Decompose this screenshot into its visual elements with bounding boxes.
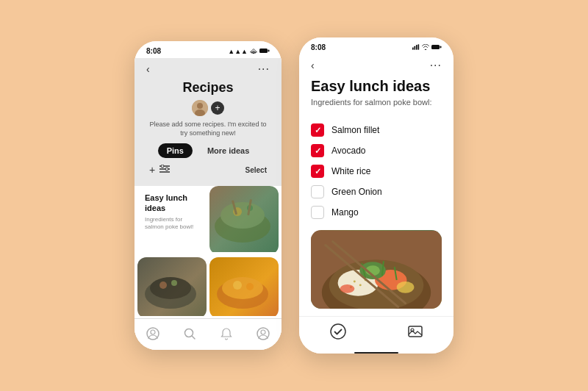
- food-image-bowl: [209, 186, 279, 252]
- more-button-2[interactable]: ···: [430, 59, 442, 72]
- tab-more-ideas[interactable]: More ideas: [198, 143, 258, 158]
- pin-card-img-2[interactable]: [137, 257, 207, 318]
- avatar-row: +: [146, 100, 270, 116]
- done-button[interactable]: [329, 323, 347, 340]
- svg-point-29: [261, 330, 265, 334]
- phone2-header: ‹ ··· Easy lunch ideas Ingredients for s…: [299, 54, 453, 120]
- pins-grid: Easy lunch ideas Ingredients for salmon …: [135, 186, 282, 318]
- wifi-icon-2: [422, 44, 429, 51]
- svg-point-3: [197, 103, 203, 109]
- search-nav-button[interactable]: [181, 325, 198, 342]
- checklist-label-salmon: Salmon fillet: [331, 125, 379, 135]
- time-1: 8:08: [146, 47, 161, 55]
- checklist-item-mango[interactable]: Mango: [311, 202, 442, 223]
- svg-point-54: [331, 324, 345, 339]
- pin-card-title: Easy lunch ideas: [145, 193, 199, 212]
- filter-button[interactable]: [159, 165, 170, 176]
- check-mark-3: ✓: [315, 167, 321, 176]
- svg-point-11: [220, 202, 265, 229]
- checklist-label-green-onion: Green Onion: [331, 187, 382, 197]
- status-icons-2: [412, 44, 442, 51]
- board-title: Recipes: [146, 80, 270, 96]
- svg-rect-1: [268, 49, 270, 51]
- svg-rect-32: [416, 45, 417, 50]
- checkbox-mango[interactable]: [311, 206, 324, 219]
- svg-point-25: [151, 330, 155, 334]
- svg-point-53: [340, 284, 355, 293]
- battery-icon-2: [431, 44, 442, 51]
- add-avatar-button[interactable]: +: [211, 101, 224, 115]
- svg-point-8: [161, 165, 164, 168]
- add-pin-button[interactable]: +: [149, 164, 155, 176]
- checklist-label-rice: White rice: [331, 166, 370, 176]
- checklist-item-rice[interactable]: ✓ White rice: [311, 161, 442, 182]
- battery-icon-1: [259, 48, 270, 55]
- checklist-item-salmon[interactable]: ✓ Salmon fillet: [311, 120, 442, 140]
- page-title: Easy lunch ideas: [311, 78, 442, 95]
- toolbar-left: +: [149, 164, 170, 176]
- food-image-plate: [137, 257, 207, 316]
- checkbox-salmon[interactable]: ✓: [311, 123, 324, 137]
- checklist-label-mango: Mango: [331, 207, 359, 218]
- check-mark: ✓: [315, 126, 321, 135]
- board-subtitle: Please add some recipes. I'm excited to …: [146, 121, 270, 137]
- wifi-icon-1: [250, 48, 257, 55]
- svg-point-23: [246, 283, 254, 290]
- toolbar-row: + Select: [146, 164, 270, 176]
- food-photo-large: [311, 230, 442, 309]
- pin-card-subtitle: Ingredients for salmon poke bowl!: [145, 216, 199, 232]
- svg-point-46: [354, 280, 356, 282]
- food-image-soup: [209, 257, 279, 316]
- check-mark-2: ✓: [315, 146, 321, 156]
- phone-recipes: 8:08 ▲▲▲ ‹ ··· Recipes: [135, 41, 282, 350]
- time-2: 8:08: [311, 43, 326, 51]
- select-button[interactable]: Select: [245, 166, 267, 174]
- tab-pins[interactable]: Pins: [158, 143, 193, 158]
- checkbox-rice[interactable]: ✓: [311, 165, 324, 178]
- svg-point-22: [233, 281, 242, 290]
- svg-point-9: [165, 168, 168, 171]
- checklist: ✓ Salmon fillet ✓ Avocado ✓ White rice: [299, 120, 453, 223]
- more-button-1[interactable]: ···: [258, 62, 270, 76]
- svg-line-27: [192, 336, 195, 339]
- back-button-2[interactable]: ‹: [311, 60, 315, 71]
- pin-card-img-1[interactable]: [209, 186, 279, 254]
- phone-easy-lunch: 8:08 ‹ ···: [299, 37, 453, 354]
- signal-icon-2: [412, 44, 420, 51]
- svg-rect-0: [259, 49, 268, 53]
- svg-rect-34: [431, 45, 440, 49]
- pin-card-img-3[interactable]: [209, 257, 279, 318]
- pin-card-text[interactable]: Easy lunch ideas Ingredients for salmon …: [137, 186, 207, 254]
- svg-point-18: [159, 281, 167, 289]
- bottom-nav: [135, 318, 282, 350]
- bell-nav-button[interactable]: [218, 325, 235, 342]
- svg-rect-35: [440, 46, 442, 48]
- checkbox-green-onion[interactable]: [311, 185, 324, 198]
- back-button-1[interactable]: ‹: [146, 63, 150, 75]
- tabs-row: Pins More ideas: [146, 143, 270, 158]
- status-bar-2: 8:08: [299, 37, 453, 54]
- bottom-bar-2: [299, 316, 453, 348]
- status-bar-1: 8:08 ▲▲▲: [135, 41, 282, 58]
- svg-point-21: [222, 277, 263, 299]
- svg-point-19: [171, 280, 177, 286]
- svg-rect-31: [415, 46, 416, 49]
- checklist-item-green-onion[interactable]: Green Onion: [311, 182, 442, 202]
- signal-icon-1: ▲▲▲: [228, 48, 248, 55]
- checklist-item-avocado[interactable]: ✓ Avocado: [311, 140, 442, 161]
- svg-point-47: [359, 284, 362, 286]
- avatar: [192, 100, 208, 116]
- checklist-label-avocado: Avocado: [331, 146, 365, 156]
- home-indicator-2: [354, 352, 398, 354]
- svg-rect-55: [409, 326, 422, 337]
- home-nav-button[interactable]: [144, 325, 162, 342]
- phone2-nav: ‹ ···: [311, 57, 442, 73]
- phone1-nav: ‹ ···: [146, 61, 270, 77]
- svg-point-52: [397, 281, 415, 293]
- svg-rect-33: [418, 44, 420, 50]
- svg-point-17: [150, 277, 191, 299]
- profile-nav-button[interactable]: [254, 325, 272, 342]
- page-subtitle: Ingredients for salmon poke bowl:: [311, 98, 442, 107]
- image-button[interactable]: [406, 323, 424, 340]
- checkbox-avocado[interactable]: ✓: [311, 144, 324, 157]
